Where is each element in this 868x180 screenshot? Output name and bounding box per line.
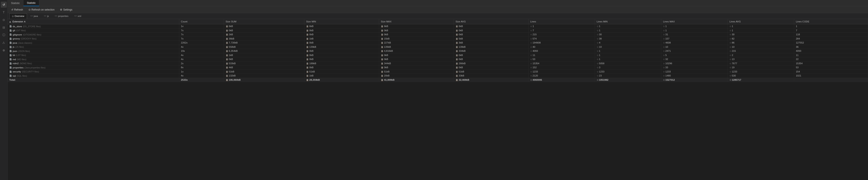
sidebar-icon-extra[interactable]: ⊛ bbox=[1, 47, 7, 53]
settings-button[interactable]: ⚙ Settings bbox=[58, 8, 74, 12]
cell-lines: ⊙2120 bbox=[528, 74, 595, 78]
cell-lines-max: ⊙31 bbox=[661, 33, 728, 37]
cell-size-max: 📋51kB bbox=[379, 69, 454, 74]
cell-total-size_max: 📋41,009kB bbox=[379, 78, 454, 82]
sub-tab-overview[interactable]: ◇ Overview bbox=[9, 13, 27, 19]
sidebar-icon-image[interactable]: ⊟ bbox=[1, 25, 7, 30]
cell-lines: ⊙11 bbox=[528, 53, 595, 57]
cell-size-max: 📋20kB bbox=[379, 74, 454, 78]
cell-lines-avg: ⊙7677 bbox=[727, 61, 794, 65]
cell-extension: 📄git (GIT files) bbox=[8, 28, 179, 33]
table-row[interactable]: 📄ds_store (DS_STORE files)1x📋6kB📋6kB📋6kB… bbox=[8, 24, 868, 29]
table-row[interactable]: 📄js (JS files)4x📋558kB📋139kB📋139kB📋139kB… bbox=[8, 45, 868, 49]
col-size-min[interactable]: Size MIN bbox=[304, 19, 379, 24]
cell-count: 4x bbox=[179, 74, 224, 78]
sidebar-icon-info[interactable]: ⓘ bbox=[1, 32, 7, 38]
cell-size-min: 📋1kB bbox=[304, 36, 379, 41]
cell-lines-code: 4093 bbox=[794, 49, 868, 53]
table-row[interactable]: 📄security (SECURITY files)1x📋51kB📋51kB📋5… bbox=[8, 69, 868, 74]
col-lines[interactable]: Lines bbox=[528, 19, 595, 24]
cell-extension: 📄properties (Java properties files) bbox=[8, 65, 179, 70]
tab-statistic-2[interactable]: Statistic bbox=[24, 0, 39, 6]
refresh-label: Refresh bbox=[14, 8, 23, 11]
cell-size-sum: 📋533kB bbox=[224, 61, 304, 65]
cell-lines-avg: ⊙1233 bbox=[727, 69, 794, 74]
cell-size-avg: 📋0kB bbox=[454, 53, 529, 57]
sidebar-icon-warning[interactable]: ⚠ bbox=[1, 40, 7, 46]
table-row[interactable]: 📄md (MD files)4x📋0kB📋0kB📋0kB📋0kB⊙53⊙1⊙32… bbox=[8, 57, 868, 61]
sidebar-icon-circle[interactable]: ⊙ bbox=[1, 17, 7, 23]
properties-icon: <> bbox=[55, 15, 57, 17]
cell-lines: ⊙53 bbox=[528, 57, 595, 61]
cell-size-min: 📋188kB bbox=[304, 61, 379, 65]
refresh-button[interactable]: ↺ Refresh bbox=[9, 8, 25, 12]
tab-statistic-1[interactable]: Statistic bbox=[8, 0, 24, 6]
cell-lines-min: ⊙1 bbox=[595, 24, 661, 29]
sidebar-icon-text[interactable]: T bbox=[1, 9, 7, 15]
cell-size-min: 📋0kB bbox=[304, 33, 379, 37]
col-lines-max[interactable]: Lines MAX bbox=[661, 19, 728, 24]
sidebar: ↺ T ⊙ ⊟ ⓘ ⚠ ⊛ bbox=[0, 0, 8, 180]
cell-lines: ⊙1233 bbox=[528, 69, 595, 74]
cell-size-avg: 📋51kB bbox=[454, 69, 529, 74]
cell-total-lines_code bbox=[794, 78, 868, 82]
refresh-on-selection-button[interactable]: ⊙ Refresh on selection bbox=[27, 8, 56, 12]
table-row[interactable]: 📄json (JSON files)19x📋6,354kB📋0kB📋4,816k… bbox=[8, 49, 868, 53]
col-lines-min[interactable]: Lines MIN bbox=[595, 19, 661, 24]
col-count[interactable]: Count bbox=[179, 19, 224, 24]
table-row[interactable]: 📄git (GIT files)7x📋0kB📋0kB📋0kB📋0kB⊙7⊙1⊙1… bbox=[8, 28, 868, 33]
table-row[interactable]: 📄gitignore (GITIGNORE files)7x📋2kB📋0kB📋0… bbox=[8, 33, 868, 37]
col-lines-avg[interactable]: Lines AVG bbox=[727, 19, 794, 24]
col-extension[interactable]: Extension ∧ bbox=[8, 19, 179, 24]
cell-size-max: 📋4,816kB bbox=[379, 49, 454, 53]
cell-size-max: 📋344kB bbox=[379, 61, 454, 65]
table-container[interactable]: Extension ∧ Count Size SUM Size MIN Size… bbox=[8, 19, 868, 180]
table-row[interactable]: 📄ndm2 (NDM2 files)2x📋533kB📋188kB📋344kB📋2… bbox=[8, 61, 868, 65]
refresh-on-selection-label: Refresh on selection bbox=[31, 8, 55, 11]
refresh-on-selection-icon: ⊙ bbox=[29, 8, 31, 11]
cell-lines-max: ⊙5 bbox=[661, 53, 728, 57]
cell-lines-code: 1 bbox=[794, 24, 868, 29]
cell-size-avg: 📋33kB bbox=[454, 74, 529, 78]
cell-count: 4x bbox=[179, 57, 224, 61]
cell-lines-code: 284 bbox=[794, 36, 868, 41]
cell-extension: 📄ndm2 (NDM2 files) bbox=[8, 61, 179, 65]
col-size-sum[interactable]: Size SUM bbox=[224, 19, 304, 24]
cell-total-lines_max: ⊙1527012 bbox=[661, 78, 728, 82]
cell-lines-avg: ⊙2 bbox=[727, 53, 794, 57]
sidebar-icon-refresh[interactable]: ↺ bbox=[1, 2, 7, 8]
cell-extension: 📄groovy (GROOVY files) bbox=[8, 36, 179, 41]
cell-extension: 📄md (MD files) bbox=[8, 57, 179, 61]
table-row[interactable]: 📄lst (LST files)4x📋1kB📋0kB📋0kB📋0kB⊙11⊙1⊙… bbox=[8, 53, 868, 57]
cell-size-min: 📋0kB bbox=[304, 28, 379, 33]
col-size-max[interactable]: Size MAX bbox=[379, 19, 454, 24]
table-row[interactable]: 📄properties (Java properties files)8x📋4k… bbox=[8, 65, 868, 70]
col-lines-code[interactable]: Lines CODE bbox=[794, 19, 868, 24]
cell-size-max: 📋0kB bbox=[379, 57, 454, 61]
cell-lines: ⊙194908 bbox=[528, 41, 595, 45]
table-row[interactable]: 📄sql (SQL files)4x📋132kB📋1kB📋20kB📋33kB⊙2… bbox=[8, 74, 868, 78]
sub-tab-java[interactable]: <> java bbox=[28, 13, 40, 19]
table-row[interactable]: 📄java (Java classes)2262x📋7,730kB📋0kB📋22… bbox=[8, 41, 868, 45]
cell-size-sum: 📋0kB bbox=[224, 57, 304, 61]
cell-lines-max: ⊙1 bbox=[661, 28, 728, 33]
table-total-row: Total:2533x📋106,060kB📋28,359kB📋41,009kB📋… bbox=[8, 78, 868, 82]
sub-tab-properties[interactable]: <> properties bbox=[52, 13, 71, 19]
cell-size-max: 📋6kB bbox=[379, 24, 454, 29]
cell-size-sum: 📋558kB bbox=[224, 45, 304, 49]
sub-tab-js[interactable]: <> js bbox=[41, 13, 52, 19]
cell-lines-avg: ⊙1 bbox=[727, 28, 794, 33]
cell-extension: 📄security (SECURITY files) bbox=[8, 69, 179, 74]
tab-bar: Statistic Statistic bbox=[8, 0, 868, 6]
col-size-avg[interactable]: Size AVG bbox=[454, 19, 529, 24]
cell-lines-min: ⊙4 bbox=[595, 41, 661, 45]
cell-lines-max: ⊙1480 bbox=[661, 74, 728, 78]
cell-lines-code: 154 bbox=[794, 69, 868, 74]
cell-size-max: 📋139kB bbox=[379, 45, 454, 49]
sub-tab-xml[interactable]: <> xml bbox=[72, 13, 84, 19]
cell-lines-avg: ⊙19 bbox=[727, 65, 794, 70]
main-content: Statistic Statistic ↺ Refresh ⊙ Refresh … bbox=[8, 0, 868, 180]
table-row[interactable]: 📄groovy (GROOVY files)7x📋36kB📋1kB📋15kB📋5… bbox=[8, 36, 868, 41]
cell-total-lines: ⊙4060006 bbox=[528, 78, 595, 82]
cell-lines-min: ⊙23 bbox=[595, 74, 661, 78]
